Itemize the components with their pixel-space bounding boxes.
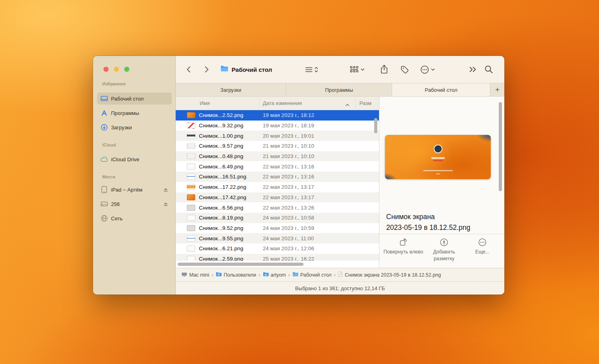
home-folder-icon [263, 272, 269, 278]
more-actions-button[interactable] [420, 65, 435, 74]
sort-ascending-icon [345, 102, 350, 108]
action-label: Еще... [475, 249, 490, 255]
eject-icon[interactable] [163, 202, 169, 206]
column-header-date[interactable]: Дата изменения [263, 100, 302, 106]
file-date: 20 мая 2023 г., 19:01 [263, 133, 314, 139]
sidebar-item-icloud-drive[interactable]: iCloud Drive [97, 153, 172, 165]
sidebar-item-network[interactable]: Сеть [97, 212, 172, 224]
table-row[interactable]: Снимок...9.52.png24 мая 2023 г., 10:59 [176, 223, 379, 233]
sidebar: Избранное Рабочий стол Программы Загрузк… [93, 56, 176, 295]
vertical-scrollbar-thumb[interactable] [374, 118, 377, 133]
tab-label: Загрузки [220, 87, 241, 93]
chevron-down-icon [361, 68, 365, 71]
minimize-window-button[interactable] [114, 67, 119, 72]
view-mode-button[interactable] [305, 66, 318, 73]
table-row[interactable]: Снимок...9.32.png19 мая 2023 г., 18:19 [176, 121, 379, 131]
breadcrumb-desktop[interactable]: Рабочий стол [292, 272, 331, 278]
tab-desktop[interactable]: Рабочий стол [392, 83, 490, 96]
breadcrumb-label: artyom [271, 272, 286, 278]
table-row[interactable]: Снимок...2.52.png19 мая 2023 г., 18:12 [176, 110, 379, 121]
computer-icon [181, 272, 187, 278]
table-row[interactable]: Снимок...17.22.png22 мая 2023 г., 13:17 [176, 182, 379, 192]
table-row[interactable]: Снимок...8.19.png24 мая 2023 г., 10:58 [176, 213, 379, 223]
search-button[interactable] [484, 65, 494, 74]
zoom-window-button[interactable] [124, 67, 129, 72]
rotate-left-button[interactable]: Повернуть влево [383, 237, 424, 255]
folder-icon [292, 272, 298, 278]
breadcrumb-artyom[interactable]: artyom [263, 272, 286, 278]
file-thumbnail-icon [187, 164, 195, 170]
close-window-button[interactable] [103, 67, 109, 72]
file-thumbnail-icon [187, 194, 195, 200]
login-name-line [431, 157, 445, 159]
preview-scrollbar-thumb[interactable] [499, 102, 502, 191]
tab-downloads[interactable]: Загрузки [176, 83, 286, 96]
table-row[interactable]: Снимок...6.21.png24 мая 2023 г., 12:06 [176, 243, 379, 254]
table-row[interactable]: Снимок...6.56.png22 мая 2023 г., 13:26 [176, 202, 379, 213]
sidebar-item-downloads[interactable]: Загрузки [97, 121, 172, 133]
toolbar-overflow-button[interactable] [469, 66, 477, 73]
group-button[interactable] [350, 66, 365, 73]
back-button[interactable] [184, 65, 193, 74]
main-area: Рабочий стол [176, 56, 504, 295]
breadcrumb-mac-mini[interactable]: Mac mini [181, 272, 209, 278]
file-thumbnail-icon [187, 153, 195, 159]
breadcrumb-file[interactable]: Снимок экрана 2023-05-19 в 18.12.52.png [338, 271, 441, 278]
content-area: Имя Дата изменения Разм Снимок...2.52.pn… [176, 97, 504, 268]
action-label: Добавить разметку [433, 249, 455, 261]
table-row[interactable]: Снимок...6.49.png22 мая 2023 г., 13:16 [176, 161, 379, 172]
tab-label: Программы [325, 87, 353, 93]
tab-applications[interactable]: Программы [286, 83, 392, 96]
sidebar-item-applications[interactable]: Программы [97, 107, 172, 119]
table-row[interactable]: Снимок...17.42.png22 мая 2023 г., 13:17 [176, 192, 379, 203]
table-row[interactable]: Снимок...9.55.png24 мая 2023 г., 11:00 [176, 233, 379, 243]
horizontal-scrollbar-thumb[interactable] [178, 263, 303, 266]
sidebar-item-ipad[interactable]: iPad ~ Артём [97, 184, 172, 196]
folder-icon [220, 65, 228, 73]
column-header-size[interactable]: Разм [359, 100, 371, 106]
preview-image[interactable] [385, 135, 491, 179]
file-thumbnail-icon [187, 215, 195, 221]
table-row[interactable]: Снимок...0.48.png21 мая 2023 г., 10:10 [176, 151, 379, 162]
column-header-row: Имя Дата изменения Разм [176, 97, 379, 110]
eject-icon[interactable] [163, 187, 169, 192]
applications-icon [100, 110, 108, 116]
new-tab-button[interactable]: + [490, 83, 504, 96]
ipad-icon [100, 186, 108, 193]
sidebar-item-desktop[interactable]: Рабочий стол [97, 93, 172, 105]
window-title-group: Рабочий стол [220, 65, 272, 73]
window-controls [103, 67, 129, 72]
finder-window: Избранное Рабочий стол Программы Загрузк… [93, 56, 504, 295]
table-row[interactable]: Снимок...9.57.png21 мая 2023 г., 10:10 [176, 141, 379, 151]
forward-button[interactable] [202, 65, 211, 74]
breadcrumb-users[interactable]: Пользователи [216, 272, 256, 278]
breadcrumb-label: Пользователи [224, 272, 256, 278]
table-row[interactable]: Снимок...2.59.png25 мая 2023 г., 16:22 [176, 254, 379, 261]
file-name: Снимок...1.00.png [199, 133, 263, 139]
table-row[interactable]: Снимок...1.00.png20 мая 2023 г., 19:01 [176, 131, 379, 141]
markup-button[interactable]: Добавить разметку [424, 237, 464, 262]
markup-icon [424, 237, 464, 247]
file-name: Снимок...9.57.png [199, 143, 263, 149]
status-bar: Выбрано 1 из 361; доступно 12,14 ГБ [176, 281, 504, 295]
globe-icon [100, 215, 108, 222]
more-quick-actions-button[interactable]: Еще... [466, 237, 499, 255]
file-date: 22 мая 2023 г., 13:16 [263, 174, 314, 180]
rotate-left-icon [383, 237, 424, 247]
file-list-rows: Снимок...2.52.png19 мая 2023 г., 18:12Сн… [176, 110, 379, 261]
file-name: Снимок...9.32.png [199, 123, 263, 129]
file-date: 21 мая 2023 г., 10:10 [263, 153, 314, 159]
table-row[interactable]: Снимок...16.51.png22 мая 2023 г., 13:16 [176, 172, 379, 182]
file-name: Снимок...2.59.png [199, 256, 263, 261]
path-bar: Mac mini › Пользователи › artyom › [176, 268, 504, 281]
breadcrumb-label: Снимок экрана 2023-05-19 в 18.12.52.png [345, 272, 441, 278]
file-thumbnail-icon [187, 174, 195, 180]
tags-button[interactable] [400, 65, 409, 74]
file-name: Снимок...6.21.png [199, 245, 263, 251]
preview-filename-line1: Снимок экрана [386, 212, 499, 222]
share-button[interactable] [380, 64, 388, 74]
sidebar-item-drive-256[interactable]: 256 [97, 198, 172, 210]
breadcrumb-separator: › [256, 272, 263, 278]
breadcrumb-separator: › [286, 272, 292, 278]
column-header-name[interactable]: Имя [200, 100, 210, 106]
